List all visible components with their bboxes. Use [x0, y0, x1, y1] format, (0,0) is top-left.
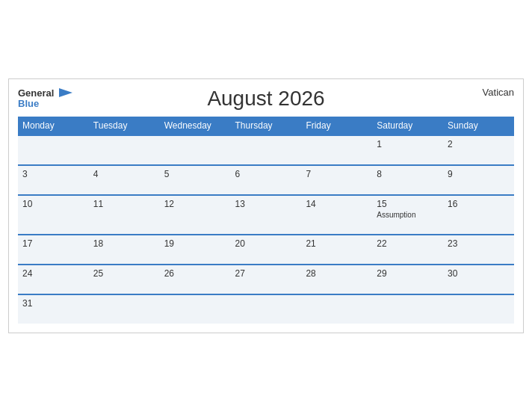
calendar-day-cell: 15Assumption [372, 195, 443, 235]
day-number: 19 [164, 238, 226, 249]
calendar-day-cell: 4 [89, 165, 160, 195]
calendar-day-cell: 17 [18, 235, 89, 265]
day-number: 8 [377, 169, 439, 179]
calendar-day-cell: 31 [18, 294, 89, 324]
weekday-header-cell: Wednesday [160, 117, 231, 135]
calendar-day-cell: 22 [372, 235, 443, 265]
day-number: 21 [306, 238, 368, 249]
calendar-title: August 2026 [207, 87, 324, 111]
calendar-day-cell [301, 294, 372, 324]
day-number: 2 [448, 139, 510, 149]
day-number: 26 [164, 268, 226, 279]
calendar-day-cell: 25 [89, 265, 160, 294]
region-label: Vatican [483, 87, 514, 98]
calendar-day-cell: 30 [443, 265, 514, 294]
day-number: 11 [93, 199, 155, 209]
calendar-day-cell: 11 [89, 195, 160, 235]
calendar-day-cell: 8 [372, 165, 443, 195]
calendar-day-cell [231, 294, 302, 324]
brand-flag-icon [59, 88, 72, 97]
day-number: 30 [448, 268, 510, 279]
day-number: 1 [377, 139, 439, 149]
calendar-day-cell: 24 [18, 265, 89, 294]
calendar-day-cell: 3 [18, 165, 89, 195]
calendar-day-cell: 6 [231, 165, 302, 195]
calendar-week-row: 3456789 [18, 165, 514, 195]
day-number: 23 [448, 238, 510, 249]
day-number: 25 [93, 268, 155, 279]
day-number: 15 [377, 199, 439, 209]
day-number: 3 [22, 169, 84, 179]
calendar-day-cell: 21 [301, 235, 372, 265]
calendar-day-cell: 19 [160, 235, 231, 265]
day-number: 6 [235, 169, 297, 179]
calendar-week-row: 12 [18, 135, 514, 165]
calendar-day-cell [89, 294, 160, 324]
calendar-day-cell: 26 [160, 265, 231, 294]
calendar-week-row: 31 [18, 294, 514, 324]
day-number: 22 [377, 238, 439, 249]
day-number: 5 [164, 169, 226, 179]
calendar-day-cell: 12 [160, 195, 231, 235]
day-number: 18 [93, 238, 155, 249]
calendar-day-cell [301, 135, 372, 165]
calendar-day-cell: 5 [160, 165, 231, 195]
calendar-header: General Blue August 2026 Vatican [18, 87, 514, 111]
day-number: 16 [448, 199, 510, 209]
calendar-day-cell: 23 [443, 235, 514, 265]
day-number: 12 [164, 199, 226, 209]
day-number: 13 [235, 199, 297, 209]
calendar-day-cell: 28 [301, 265, 372, 294]
calendar-day-cell: 13 [231, 195, 302, 235]
day-number: 29 [377, 268, 439, 279]
calendar-day-cell: 29 [372, 265, 443, 294]
weekday-header-cell: Friday [301, 117, 372, 135]
calendar-container: General Blue August 2026 Vatican MondayT… [8, 78, 524, 333]
calendar-day-cell [231, 135, 302, 165]
weekday-header-cell: Thursday [231, 117, 302, 135]
svg-marker-0 [59, 88, 72, 97]
weekday-header-cell: Sunday [443, 117, 514, 135]
weekday-header-cell: Saturday [372, 117, 443, 135]
brand-blue: Blue [18, 99, 72, 108]
calendar-day-cell: 1 [372, 135, 443, 165]
calendar-day-cell: 14 [301, 195, 372, 235]
calendar-day-cell [160, 294, 231, 324]
day-number: 10 [22, 199, 84, 209]
weekday-header-cell: Monday [18, 117, 89, 135]
holiday-label: Assumption [377, 211, 439, 219]
calendar-day-cell: 20 [231, 235, 302, 265]
calendar-day-cell [443, 294, 514, 324]
day-number: 27 [235, 268, 297, 279]
day-number: 20 [235, 238, 297, 249]
calendar-day-cell: 9 [443, 165, 514, 195]
calendar-day-cell: 18 [89, 235, 160, 265]
calendar-day-cell [160, 135, 231, 165]
calendar-day-cell [89, 135, 160, 165]
calendar-day-cell [18, 135, 89, 165]
calendar-week-row: 17181920212223 [18, 235, 514, 265]
day-number: 9 [448, 169, 510, 179]
calendar-week-row: 101112131415Assumption16 [18, 195, 514, 235]
calendar-day-cell: 10 [18, 195, 89, 235]
calendar-day-cell: 27 [231, 265, 302, 294]
day-number: 7 [306, 169, 368, 179]
weekday-header-cell: Tuesday [89, 117, 160, 135]
day-number: 31 [22, 298, 84, 309]
calendar-grid: MondayTuesdayWednesdayThursdayFridaySatu… [18, 117, 514, 324]
calendar-tbody: 123456789101112131415Assumption161718192… [18, 135, 514, 324]
brand-logo: General Blue [18, 87, 72, 108]
calendar-day-cell: 16 [443, 195, 514, 235]
weekday-header-row: MondayTuesdayWednesdayThursdayFridaySatu… [18, 117, 514, 135]
brand-general: General [18, 87, 54, 99]
day-number: 17 [22, 238, 84, 249]
calendar-day-cell [372, 294, 443, 324]
calendar-week-row: 24252627282930 [18, 265, 514, 294]
calendar-day-cell: 7 [301, 165, 372, 195]
calendar-thead: MondayTuesdayWednesdayThursdayFridaySatu… [18, 117, 514, 135]
day-number: 28 [306, 268, 368, 279]
day-number: 4 [93, 169, 155, 179]
day-number: 24 [22, 268, 84, 279]
calendar-day-cell: 2 [443, 135, 514, 165]
day-number: 14 [306, 199, 368, 209]
